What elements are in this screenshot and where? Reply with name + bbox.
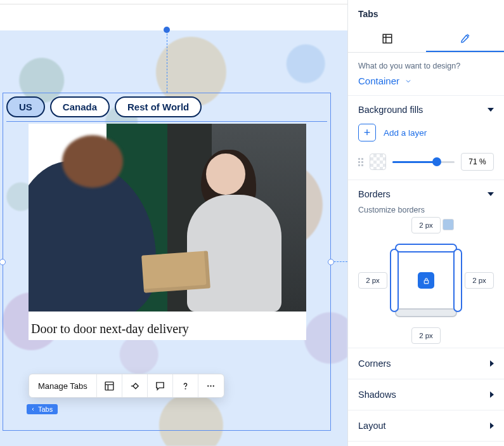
chevron-down-icon [488, 108, 494, 112]
lock-icon [422, 277, 430, 285]
svg-point-1 [185, 388, 186, 389]
background-fills-section: Background fills + Add a layer [348, 96, 504, 180]
more-icon[interactable] [198, 374, 224, 397]
chevron-right-icon [490, 360, 494, 367]
svg-point-2 [207, 385, 209, 386]
borders-section: Borders Customize borders 2 px 2 px 2 px… [348, 180, 504, 348]
svg-rect-6 [424, 280, 429, 283]
mode-tab-design[interactable] [426, 27, 504, 52]
brush-icon [460, 32, 471, 46]
panel-mode-tabs [348, 27, 504, 53]
chevron-down-icon [404, 77, 412, 85]
borders-title: Borders [358, 189, 391, 199]
borders-header[interactable]: Borders [358, 189, 494, 199]
tab-canada[interactable]: Canada [50, 96, 110, 117]
border-color-swatch[interactable] [443, 219, 454, 230]
border-preview [390, 244, 462, 317]
corners-section-header[interactable]: Corners [348, 348, 504, 379]
design-target-section: What do you want to design? Container [348, 53, 504, 96]
element-tag-badge[interactable]: Tabs [27, 404, 58, 414]
border-edge-bottom[interactable] [395, 308, 457, 317]
alignment-guide-vertical [167, 30, 167, 93]
editor-canvas[interactable]: US Canada Rest of World Door to door nex… [0, 0, 347, 446]
design-target-value: Container [358, 75, 399, 86]
ruler-line [0, 4, 347, 4]
design-question-label: What do you want to design? [358, 62, 494, 70]
border-top-input[interactable]: 2 px [411, 217, 441, 233]
card-caption: Door to door next-day delivery [29, 312, 306, 340]
background-fills-header[interactable]: Background fills [358, 105, 494, 115]
tab-rest-of-world[interactable]: Rest of World [115, 96, 202, 117]
element-tag-label: Tabs [38, 405, 53, 413]
fill-swatch[interactable] [370, 154, 386, 170]
design-target-dropdown[interactable]: Container [358, 75, 494, 86]
layout-icon[interactable] [97, 374, 122, 397]
shadows-title: Shadows [358, 390, 396, 400]
panel-title: Tabs [348, 0, 504, 27]
shadows-section-header[interactable]: Shadows [348, 379, 504, 410]
border-edge-top[interactable] [395, 244, 457, 253]
opacity-input[interactable] [461, 153, 494, 171]
svg-point-3 [210, 385, 212, 386]
layout-title: Layout [358, 421, 386, 431]
comment-icon[interactable] [148, 374, 173, 397]
svg-point-4 [213, 385, 214, 386]
help-icon[interactable] [173, 374, 198, 397]
content-card: Door to door next-day delivery [29, 124, 306, 340]
animation-icon[interactable] [122, 374, 148, 397]
tab-us[interactable]: US [6, 96, 45, 117]
customize-borders-label: Customize borders [358, 206, 494, 214]
delivery-photo [29, 124, 306, 312]
border-widget: 2 px 2 px 2 px 2 px [358, 217, 494, 344]
chevron-down-icon [488, 192, 494, 196]
layout-section-header[interactable]: Layout [348, 410, 504, 442]
add-layer-button[interactable]: + [358, 124, 376, 141]
element-toolbar: Manage Tabs [29, 374, 224, 398]
chevron-right-icon [490, 391, 494, 398]
tab-content[interactable]: Door to door next-day delivery [29, 124, 306, 340]
layout-grid-icon [382, 33, 393, 46]
svg-rect-0 [105, 382, 113, 390]
drag-handle-icon[interactable] [358, 158, 363, 166]
border-edge-right[interactable] [453, 249, 462, 312]
background-fills-title: Background fills [358, 105, 423, 115]
alignment-handle[interactable] [164, 27, 170, 33]
corners-title: Corners [358, 358, 391, 369]
chevron-right-icon [490, 423, 494, 429]
svg-rect-5 [383, 34, 392, 43]
opacity-slider[interactable] [392, 155, 455, 168]
manage-tabs-button[interactable]: Manage Tabs [29, 374, 97, 397]
design-panel: Tabs What do you want to design? Contain… [347, 0, 504, 446]
border-left-input[interactable]: 2 px [358, 272, 387, 289]
border-right-input[interactable]: 2 px [465, 272, 494, 289]
border-edge-left[interactable] [390, 249, 399, 312]
add-layer-link[interactable]: Add a layer [384, 128, 427, 138]
link-borders-toggle[interactable] [418, 272, 434, 289]
mode-tab-layout[interactable] [348, 27, 426, 52]
border-bottom-input[interactable]: 2 px [411, 327, 441, 344]
tabs-header: US Canada Rest of World [6, 96, 327, 122]
